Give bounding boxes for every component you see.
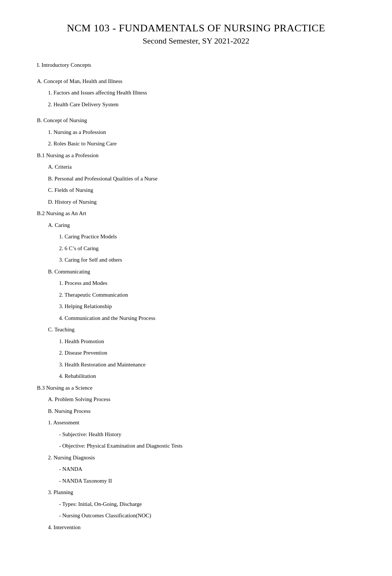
outline-item: B. Communicating bbox=[48, 267, 355, 277]
outline-item: 1. Factors and Issues affecting Health I… bbox=[48, 88, 355, 98]
outline-item: B. Nursing Process bbox=[48, 407, 355, 416]
outline-item: 3. Helping Relationship bbox=[59, 302, 355, 311]
outline-item: 1. Caring Practice Models bbox=[59, 232, 355, 242]
outline-item: - Types: Initial, On-Going, Discharge bbox=[59, 500, 355, 509]
outline-item: - Nursing Outcomes Classification(NOC) bbox=[59, 511, 355, 521]
outline-item: 2. Disease Prevention bbox=[59, 348, 355, 358]
outline-item: B. Personal and Professional Qualities o… bbox=[48, 174, 355, 184]
outline-item: - NANDA bbox=[59, 465, 355, 474]
outline-item: 2. Nursing Diagnosis bbox=[48, 453, 355, 463]
outline-item: B. Concept of Nursing bbox=[37, 116, 355, 125]
outline-content: I. Introductory ConceptsA. Concept of Ma… bbox=[37, 61, 355, 532]
outline-item: 1. Process and Modes bbox=[59, 279, 355, 288]
outline-item: - Objective: Physical Examination and Di… bbox=[59, 441, 355, 451]
outline-item: 2. Roles Basic to Nursing Care bbox=[48, 139, 355, 149]
outline-item: 4. Communication and the Nursing Process bbox=[59, 314, 355, 323]
outline-item: B.3 Nursing as a Science bbox=[37, 383, 355, 393]
outline-item: 3. Health Restoration and Maintenance bbox=[59, 360, 355, 370]
outline-item: A. Problem Solving Process bbox=[48, 395, 355, 404]
outline-item: 4. Intervention bbox=[48, 523, 355, 532]
outline-item: D. History of Nursing bbox=[48, 197, 355, 207]
outline-item: 1. Nursing as a Profession bbox=[48, 128, 355, 137]
main-title: NCM 103 - FUNDAMENTALS OF NURSING PRACTI… bbox=[37, 22, 355, 34]
outline-item: 2. Health Care Delivery System bbox=[48, 100, 355, 110]
outline-item: 3. Caring for Self and others bbox=[59, 255, 355, 265]
outline-item: 4. Rehabilitation bbox=[59, 372, 355, 381]
outline-item: - Subjective: Health History bbox=[59, 430, 355, 439]
subtitle: Second Semester, SY 2021-2022 bbox=[37, 36, 355, 46]
outline-item: A. Caring bbox=[48, 221, 355, 230]
outline-item: C. Fields of Nursing bbox=[48, 186, 355, 195]
outline-item: B.2 Nursing as An Art bbox=[37, 209, 355, 218]
outline-item: 1. Assessment bbox=[48, 418, 355, 428]
outline-item: A. Criteria bbox=[48, 162, 355, 172]
outline-item: A. Concept of Man, Health and Illness bbox=[37, 77, 355, 86]
outline-item: 2. Therapeutic Communication bbox=[59, 290, 355, 300]
outline-item: I. Introductory Concepts bbox=[37, 61, 355, 70]
outline-item: B.1 Nursing as a Profession bbox=[37, 151, 355, 161]
outline-item: 3. Planning bbox=[48, 488, 355, 497]
outline-item: 1. Health Promotion bbox=[59, 337, 355, 346]
outline-item: - NANDA Taxonomy II bbox=[59, 476, 355, 486]
outline-item: C. Teaching bbox=[48, 325, 355, 335]
outline-item: 2. 6 C’s of Caring bbox=[59, 244, 355, 253]
page-header: NCM 103 - FUNDAMENTALS OF NURSING PRACTI… bbox=[37, 22, 355, 46]
